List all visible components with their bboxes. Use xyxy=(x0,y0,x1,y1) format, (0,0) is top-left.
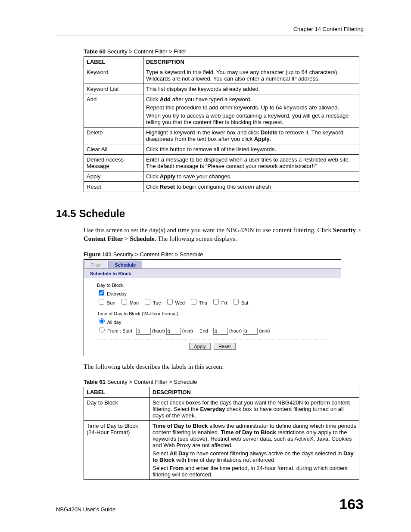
apply-button[interactable]: Apply xyxy=(189,343,211,350)
table-cell-desc: Enter a message to be displayed when a u… xyxy=(143,155,359,171)
table-row: KeywordType a keyword in this field. You… xyxy=(84,67,359,84)
day-sun-wrap: Sun xyxy=(97,298,115,306)
table-cell-label: Keyword xyxy=(84,67,143,84)
table61: LABEL DESCRIPTION Day to BlockSelect che… xyxy=(84,387,359,480)
table-cell-desc: Select check boxes for the days that you… xyxy=(150,397,359,420)
time-of-day-label: Time of Day to Block (24-Hour Format) xyxy=(97,311,328,316)
table-cell-label: Day to Block xyxy=(84,397,150,420)
end-hour-input[interactable] xyxy=(213,328,228,335)
table-row: Keyword ListThis list displays the keywo… xyxy=(84,84,359,94)
tab-schedule[interactable]: Schedule xyxy=(108,261,142,268)
table60-head-desc: DESCRIPTION xyxy=(143,57,359,67)
allday-row: All day xyxy=(97,317,328,325)
day-sun-label: Sun xyxy=(106,300,115,305)
day-wed-wrap: Wed xyxy=(165,298,185,306)
table-cell-desc: Type a keyword in this field. You may us… xyxy=(143,67,359,84)
day-wed-checkbox[interactable] xyxy=(167,299,173,305)
table-cell-label: Keyword List xyxy=(84,84,143,94)
footer-guide: NBG420N User’s Guide xyxy=(56,506,115,513)
day-mon-checkbox[interactable] xyxy=(121,299,127,305)
day-sat-wrap: Sat xyxy=(231,298,249,306)
min-label-2: (min) xyxy=(259,328,270,333)
day-tue-checkbox[interactable] xyxy=(145,299,150,305)
table-row: AddClick Add after you have typed a keyw… xyxy=(84,94,359,128)
page: Chapter 14 Content Filtering Table 60 Se… xyxy=(0,0,411,532)
table-row: Clear AllClick this button to remove all… xyxy=(84,144,359,155)
reset-button[interactable]: Reset xyxy=(214,343,236,350)
day-sat-label: Sat xyxy=(240,300,249,305)
table-cell-desc: Click Apply to save your changes. xyxy=(143,171,359,182)
end-min-input[interactable] xyxy=(243,328,258,335)
day-sun-checkbox[interactable] xyxy=(99,299,104,305)
hour-label-1: (hour) xyxy=(152,328,165,333)
table-row: Time of Day to Block (24-Hour Format)Tim… xyxy=(84,420,359,479)
figure101-caption-prefix: Figure 101 xyxy=(84,251,112,258)
header-rule xyxy=(56,35,364,35)
everyday-checkbox[interactable] xyxy=(99,290,104,296)
table-cell-desc: Highlight a keyword in the lower box and… xyxy=(143,128,359,144)
day-sat-checkbox[interactable] xyxy=(233,299,239,305)
table-header-row: LABEL DESCRIPTION xyxy=(84,387,359,397)
figure101: Filter Schedule Schedule to Block Day to… xyxy=(84,259,341,356)
start-min-input[interactable] xyxy=(166,328,181,335)
table60-head-label: LABEL xyxy=(84,57,143,67)
day-fri-wrap: Fri xyxy=(212,298,227,306)
section-intro: Use this screen to set the day(s) and ti… xyxy=(84,226,364,243)
start-hour-input[interactable] xyxy=(136,328,151,335)
allday-label: All day xyxy=(107,320,121,325)
table60: LABEL DESCRIPTION KeywordType a keyword … xyxy=(84,56,359,192)
day-thu-checkbox[interactable] xyxy=(191,299,196,305)
table-cell-label: Clear All xyxy=(84,144,143,155)
table60-caption-rest: Security > Content Filter > Filter xyxy=(106,48,186,55)
day-thu-label: Thu xyxy=(198,300,207,305)
table-cell-desc: Click Add after you have typed a keyword… xyxy=(143,94,359,128)
table61-caption-rest: Security > Content Filter > Schedule xyxy=(106,379,197,385)
figure-subhead: Schedule to Block xyxy=(84,269,341,278)
table-cell-label: Denied Access Message xyxy=(84,155,143,171)
table-cell-label: Add xyxy=(84,94,143,128)
table-cell-label: Delete xyxy=(84,128,143,144)
table-row: ResetClick Reset to begin configuring th… xyxy=(84,182,359,192)
table-row: ApplyClick Apply to save your changes. xyxy=(84,171,359,182)
day-wed-label: Wed xyxy=(174,300,185,305)
table61-head-desc: DESCRIPTION xyxy=(150,387,359,397)
after-figure-text: The following table describes the labels… xyxy=(84,362,364,371)
from-row: From : Start (hour) (min) End (hour) (mi… xyxy=(97,326,328,335)
table-cell-desc: This list displays the keywords already … xyxy=(143,84,359,94)
section-heading: 14.5 Schedule xyxy=(56,208,364,220)
everyday-label: Everyday xyxy=(107,291,127,296)
figure-button-row: Apply Reset xyxy=(97,339,328,350)
table-row: Day to BlockSelect check boxes for the d… xyxy=(84,397,359,420)
day-tue-label: Tue xyxy=(152,300,161,305)
min-label-1: (min) xyxy=(182,328,193,333)
day-to-block-label: Day to Block xyxy=(97,283,328,288)
figure101-caption: Figure 101 Security > Content Filter > S… xyxy=(84,251,364,258)
day-fri-checkbox[interactable] xyxy=(213,299,219,305)
hour-label-2: (hour) xyxy=(229,328,242,333)
day-mon-wrap: Mon xyxy=(120,298,139,306)
table-cell-desc: Time of Day to Block allows the administ… xyxy=(150,420,359,479)
table-cell-desc: Click Reset to begin configuring this sc… xyxy=(143,182,359,192)
day-thu-wrap: Thu xyxy=(189,298,207,306)
table-header-row: LABEL DESCRIPTION xyxy=(84,57,359,67)
table-cell-label: Reset xyxy=(84,182,143,192)
figure-tabs: Filter Schedule xyxy=(84,260,341,269)
table61-caption-prefix: Table 61 xyxy=(84,379,106,385)
table-cell-desc: Click this button to remove all of the l… xyxy=(143,144,359,155)
from-label: From : Start xyxy=(107,328,132,333)
table-row: DeleteHighlight a keyword in the lower b… xyxy=(84,128,359,144)
table-row: Denied Access MessageEnter a message to … xyxy=(84,155,359,171)
tab-filter[interactable]: Filter xyxy=(84,261,107,268)
page-footer: NBG420N User’s Guide 163 xyxy=(56,496,364,513)
chapter-header: Chapter 14 Content Filtering xyxy=(56,26,364,32)
footer-rule xyxy=(56,493,364,493)
table61-caption: Table 61 Security > Content Filter > Sch… xyxy=(84,379,364,385)
table60-caption: Table 60 Security > Content Filter > Fil… xyxy=(84,48,364,55)
from-radio[interactable] xyxy=(99,327,105,333)
day-fri-label: Fri xyxy=(220,300,227,305)
allday-radio[interactable] xyxy=(99,318,105,324)
everyday-row: Everyday xyxy=(97,289,328,297)
page-number: 163 xyxy=(339,496,364,513)
figure-panel: Schedule to Block Day to Block Everyday … xyxy=(84,269,341,356)
table60-caption-prefix: Table 60 xyxy=(84,48,106,55)
